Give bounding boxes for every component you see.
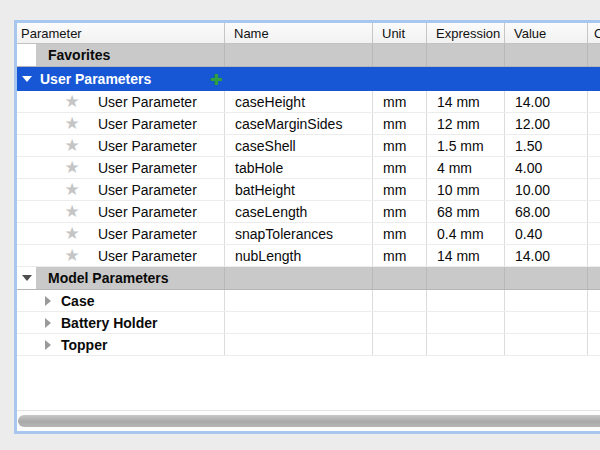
expression-cell[interactable]: 1.5 mm <box>427 135 505 156</box>
column-header-comments[interactable]: Comments <box>588 23 600 43</box>
parameter-row[interactable]: ★User ParametercaseHeightmm14 mm14.00 <box>17 91 600 113</box>
parameter-type-label: User Parameter <box>98 160 197 176</box>
column-header-expression[interactable]: Expression <box>427 23 505 43</box>
group-empty-cell <box>225 312 373 333</box>
column-header-name[interactable]: Name <box>225 23 373 43</box>
disclosure-gutter <box>17 267 36 289</box>
expression-cell[interactable]: 68 mm <box>427 201 505 222</box>
expression-cell[interactable]: 14 mm <box>427 245 505 266</box>
value-cell[interactable]: 14.00 <box>505 245 588 266</box>
group-row-case[interactable]: Case <box>17 290 600 312</box>
group-row-battery-holder[interactable]: Battery Holder <box>17 312 600 334</box>
parameter-row[interactable]: ★User ParametercaseMarginSidesmm12 mm12.… <box>17 113 600 135</box>
parameter-row[interactable]: ★User ParametercaseShellmm1.5 mm1.50 <box>17 135 600 157</box>
horizontal-scrollbar[interactable] <box>17 410 600 431</box>
name-cell[interactable]: nubLength <box>225 245 373 266</box>
star-icon[interactable]: ★ <box>62 93 82 110</box>
section-empty-cell <box>373 44 427 66</box>
expression-cell[interactable]: 0.4 mm <box>427 223 505 244</box>
expression-cell[interactable]: 12 mm <box>427 113 505 134</box>
unit-cell[interactable]: mm <box>373 179 427 200</box>
value-cell[interactable]: 12.00 <box>505 113 588 134</box>
unit-cell[interactable]: mm <box>373 245 427 266</box>
name-cell[interactable]: caseShell <box>225 135 373 156</box>
unit-cell[interactable]: mm <box>373 223 427 244</box>
section-empty-cell <box>373 267 427 289</box>
column-header-label: Name <box>234 26 269 41</box>
parameter-row[interactable]: ★User ParametertabHolemm4 mm4.00 <box>17 157 600 179</box>
value-cell[interactable]: 14.00 <box>505 91 588 112</box>
value-cell[interactable]: 10.00 <box>505 179 588 200</box>
name-value: snapTolerances <box>235 226 333 242</box>
parameter-row[interactable]: ★User ParametercaseLengthmm68 mm68.00 <box>17 201 600 223</box>
table-header: ParameterNameUnitExpressionValueComments <box>17 23 600 44</box>
star-icon[interactable]: ★ <box>62 115 82 132</box>
parameter-row[interactable]: ★User ParameterbatHeightmm10 mm10.00 <box>17 179 600 201</box>
group-row-topper[interactable]: Topper <box>17 334 600 356</box>
chevron-right-icon[interactable] <box>45 318 51 328</box>
plus-icon[interactable]: ✚ <box>210 72 223 87</box>
star-icon[interactable]: ★ <box>62 225 82 242</box>
section-empty-cell <box>427 44 505 66</box>
name-cell[interactable]: caseLength <box>225 201 373 222</box>
unit-cell[interactable]: mm <box>373 135 427 156</box>
section-parameter-cell: User Parameters✚ <box>17 67 225 91</box>
expression-cell[interactable]: 14 mm <box>427 91 505 112</box>
group-empty-cell <box>427 312 505 333</box>
name-cell[interactable]: tabHole <box>225 157 373 178</box>
name-value: tabHole <box>235 160 283 176</box>
parameters-table: ParameterNameUnitExpressionValueComments… <box>14 20 600 434</box>
expression-value: 12 mm <box>437 116 480 132</box>
name-cell[interactable]: snapTolerances <box>225 223 373 244</box>
scrollbar-thumb[interactable] <box>18 415 600 427</box>
unit-cell[interactable]: mm <box>373 201 427 222</box>
unit-cell[interactable]: mm <box>373 157 427 178</box>
table-rows: FavoritesUser Parameters✚★User Parameter… <box>17 44 600 356</box>
section-empty-cell <box>588 44 600 66</box>
comments-cell <box>588 157 600 178</box>
section-row-model-parameters[interactable]: Model Parameters <box>17 267 600 290</box>
name-cell[interactable]: caseHeight <box>225 91 373 112</box>
unit-cell[interactable]: mm <box>373 91 427 112</box>
group-empty-cell <box>225 334 373 355</box>
column-header-label: Parameter <box>21 26 82 41</box>
star-icon[interactable]: ★ <box>62 159 82 176</box>
comments-cell <box>588 113 600 134</box>
name-value: caseShell <box>235 138 296 154</box>
unit-value: mm <box>383 182 406 198</box>
chevron-down-icon[interactable] <box>22 275 32 281</box>
value-cell[interactable]: 68.00 <box>505 201 588 222</box>
star-icon[interactable]: ★ <box>62 203 82 220</box>
star-icon[interactable]: ★ <box>62 137 82 154</box>
chevron-right-icon[interactable] <box>45 296 51 306</box>
star-icon[interactable]: ★ <box>62 247 82 264</box>
section-row-favorites[interactable]: Favorites <box>17 44 600 67</box>
value-cell[interactable]: 0.40 <box>505 223 588 244</box>
expression-cell[interactable]: 10 mm <box>427 179 505 200</box>
unit-cell[interactable]: mm <box>373 113 427 134</box>
name-cell[interactable]: batHeight <box>225 179 373 200</box>
section-row-user-parameters[interactable]: User Parameters✚ <box>17 67 600 91</box>
section-empty-cell <box>505 44 588 66</box>
group-empty-cell <box>373 290 427 311</box>
section-empty-cell <box>427 267 505 289</box>
disclosure-gutter <box>17 44 36 66</box>
column-header-parameter[interactable]: Parameter <box>17 23 225 43</box>
star-icon[interactable]: ★ <box>62 181 82 198</box>
chevron-right-icon[interactable] <box>45 340 51 350</box>
parameter-row[interactable]: ★User ParameternubLengthmm14 mm14.00 <box>17 245 600 267</box>
column-header-unit[interactable]: Unit <box>373 23 427 43</box>
expression-cell[interactable]: 4 mm <box>427 157 505 178</box>
column-header-label: Expression <box>436 26 500 41</box>
parameter-cell: ★User Parameter <box>17 135 225 156</box>
name-cell[interactable]: caseMarginSides <box>225 113 373 134</box>
comments-cell <box>588 245 600 266</box>
value-cell[interactable]: 1.50 <box>505 135 588 156</box>
section-parameter-cell: Favorites <box>17 44 225 66</box>
comments-cell <box>588 179 600 200</box>
chevron-down-icon[interactable] <box>22 76 32 82</box>
name-value: nubLength <box>235 248 301 264</box>
column-header-value[interactable]: Value <box>505 23 588 43</box>
value-cell[interactable]: 4.00 <box>505 157 588 178</box>
parameter-row[interactable]: ★User ParametersnapTolerancesmm0.4 mm0.4… <box>17 223 600 245</box>
